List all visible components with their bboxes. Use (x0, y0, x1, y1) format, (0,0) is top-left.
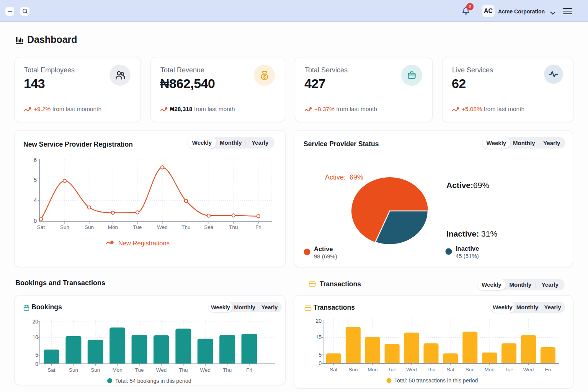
svg-text:45 (51%): 45 (51%) (456, 253, 479, 259)
svg-text:5: 5 (34, 177, 37, 183)
svg-text:Sea: Sea (204, 224, 214, 230)
svg-text:20: 20 (32, 318, 38, 325)
svg-text:10: 10 (32, 334, 38, 340)
svg-text:20: 20 (315, 318, 322, 324)
svg-text:0: 0 (34, 218, 37, 224)
svg-text:Sun: Sun (85, 224, 94, 230)
svg-text:Fri: Fri (246, 367, 252, 373)
svg-text:Active:69%: Active:69% (446, 181, 489, 189)
svg-text:Wed: Wed (200, 367, 211, 373)
svg-text:15: 15 (315, 334, 322, 340)
svg-text:Thu: Thu (426, 367, 435, 372)
svg-text:5: 5 (318, 352, 322, 358)
svg-text:Tue: Tue (135, 367, 144, 373)
svg-text:New Registrations: New Registrations (118, 240, 170, 247)
svg-text:Sun: Sun (91, 367, 100, 373)
svg-text:Mon: Mon (113, 367, 122, 373)
svg-text:Tue: Tue (505, 367, 513, 372)
svg-text:Wed: Wed (157, 224, 168, 230)
svg-text:Tue: Tue (133, 224, 142, 230)
svg-text:Active: 69%: Active: 69% (325, 173, 363, 181)
svg-text:Mon: Mon (108, 224, 118, 230)
svg-text:Sat: Sat (47, 367, 56, 373)
svg-text:Sat: Sat (447, 367, 455, 372)
svg-text:6: 6 (34, 157, 37, 163)
svg-text:Sat: Sat (37, 224, 45, 230)
svg-text:Sat: Sat (330, 367, 338, 372)
svg-text:Sun: Sun (60, 224, 69, 230)
svg-text:Mon: Mon (485, 367, 495, 372)
svg-text:Sun: Sun (348, 367, 358, 372)
svg-text:Total: 54 bookings in this per: Total: 54 bookings in this period (115, 378, 191, 384)
svg-text:Wed: Wed (523, 367, 534, 372)
svg-text:Thu: Thu (229, 224, 238, 230)
svg-text:Thu: Thu (223, 367, 232, 373)
svg-text:Active: Active (314, 245, 333, 252)
svg-text:Total: 50 transactions in this: Total: 50 transactions in this period (394, 377, 478, 384)
svg-text:Mon: Mon (368, 367, 377, 372)
svg-text:Tue: Tue (388, 367, 397, 372)
svg-text:5: 5 (35, 352, 38, 358)
svg-text:Wed: Wed (156, 367, 167, 373)
svg-text:4: 4 (34, 197, 37, 203)
svg-text:0: 0 (318, 360, 322, 366)
svg-text:98 (69%): 98 (69%) (314, 253, 337, 260)
svg-text:Inactive: 31%: Inactive: 31% (446, 229, 497, 238)
svg-text:Fri: Fri (545, 367, 551, 372)
svg-text:Thu: Thu (181, 224, 190, 230)
svg-text:Thu: Thu (179, 367, 188, 373)
svg-text:Wed: Wed (406, 367, 417, 372)
svg-text:Inactive: Inactive (456, 245, 479, 252)
svg-text:Sun: Sun (69, 367, 78, 373)
svg-text:Fri: Fri (255, 224, 261, 230)
svg-text:0: 0 (35, 361, 38, 367)
svg-text:Sun: Sun (466, 367, 475, 372)
